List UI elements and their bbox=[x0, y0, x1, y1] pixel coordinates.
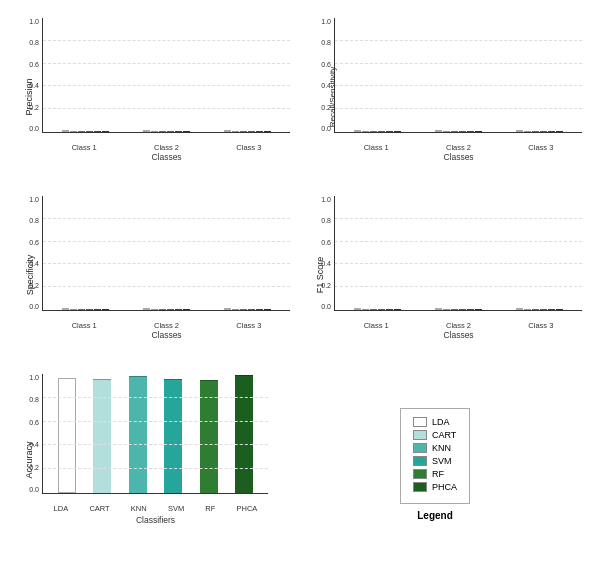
bar-phca bbox=[102, 131, 109, 132]
bar-rf bbox=[467, 131, 474, 132]
bar-lda bbox=[354, 130, 361, 132]
accuracy-chart: Accuracy 1.00.80.60.40.20.0 bbox=[8, 364, 278, 555]
recall-y-axis: 1.00.80.60.40.20.0 bbox=[309, 18, 331, 132]
bar-svm bbox=[378, 131, 385, 132]
precision-x-title: Classes bbox=[43, 152, 290, 162]
recall-class2 bbox=[435, 130, 482, 132]
bar-cart bbox=[524, 309, 531, 310]
bar-knn bbox=[532, 131, 539, 132]
accuracy-knn-bar bbox=[129, 376, 147, 493]
bar-phca bbox=[475, 309, 482, 310]
bar-phca bbox=[556, 309, 563, 310]
specificity-chart: Specificity 1.00.80.60.40.20.0 bbox=[8, 186, 300, 364]
bar-rf bbox=[94, 131, 101, 132]
f1-class3-label: Class 3 bbox=[528, 321, 553, 330]
bar-lda bbox=[224, 308, 231, 310]
legend-swatch-svm bbox=[413, 456, 427, 466]
precision-x-labels: Class 1 Class 2 Class 3 bbox=[43, 143, 290, 152]
specificity-class3 bbox=[224, 308, 271, 310]
legend-label-rf: RF bbox=[432, 469, 444, 479]
precision-class2-label: Class 2 bbox=[154, 143, 179, 152]
legend-swatch-rf bbox=[413, 469, 427, 479]
bar-svm bbox=[459, 131, 466, 132]
bar-knn bbox=[78, 309, 85, 310]
precision-chart: Precision 1.00.80.60.40.20.0 bbox=[8, 8, 300, 186]
bar-lda bbox=[435, 308, 442, 310]
f1-class3 bbox=[516, 308, 563, 310]
accuracy-phca-bar bbox=[235, 375, 253, 493]
bar-knn bbox=[159, 131, 166, 132]
accuracy-phca-label: PHCA bbox=[237, 504, 258, 513]
bar-svm bbox=[86, 131, 93, 132]
bar-rf bbox=[256, 131, 263, 132]
f1-class2-label: Class 2 bbox=[446, 321, 471, 330]
recall-chart: Recall/Sensitivity 1.00.80.60.40.20.0 bbox=[300, 8, 592, 186]
bar-cart bbox=[151, 309, 158, 310]
f1-bars bbox=[335, 196, 582, 310]
bar-cart bbox=[362, 309, 369, 310]
legend-label-svm: SVM bbox=[432, 456, 452, 466]
bar-knn bbox=[78, 131, 85, 132]
precision-class2 bbox=[143, 130, 190, 132]
legend-swatch-lda bbox=[413, 417, 427, 427]
legend-item-svm: SVM bbox=[413, 456, 457, 466]
legend-swatch-phca bbox=[413, 482, 427, 492]
recall-class3-label: Class 3 bbox=[528, 143, 553, 152]
legend-label-phca: PHCA bbox=[432, 482, 457, 492]
specificity-x-title: Classes bbox=[43, 330, 290, 340]
recall-x-title: Classes bbox=[335, 152, 582, 162]
legend-label-lda: LDA bbox=[432, 417, 450, 427]
legend-swatch-knn bbox=[413, 443, 427, 453]
f1-x-title: Classes bbox=[335, 330, 582, 340]
accuracy-lda-group bbox=[58, 374, 76, 493]
main-container: Precision 1.00.80.60.40.20.0 bbox=[0, 0, 600, 563]
bar-lda bbox=[224, 130, 231, 132]
specificity-class2 bbox=[143, 308, 190, 310]
bar-svm bbox=[86, 309, 93, 310]
bar-cart bbox=[443, 309, 450, 310]
bar-svm bbox=[459, 309, 466, 310]
bar-cart bbox=[151, 131, 158, 132]
bar-knn bbox=[240, 131, 247, 132]
bar-rf bbox=[386, 309, 393, 310]
bar-svm bbox=[167, 131, 174, 132]
recall-class1 bbox=[354, 130, 401, 132]
bar-lda bbox=[435, 130, 442, 132]
bar-phca bbox=[264, 131, 271, 132]
bar-lda bbox=[143, 130, 150, 132]
bar-rf bbox=[175, 309, 182, 310]
bar-phca bbox=[394, 309, 401, 310]
recall-class2-label: Class 2 bbox=[446, 143, 471, 152]
bar-phca bbox=[264, 309, 271, 310]
bar-lda bbox=[62, 130, 69, 132]
bar-knn bbox=[532, 309, 539, 310]
bar-cart bbox=[232, 309, 239, 310]
bar-lda bbox=[516, 130, 523, 132]
bar-knn bbox=[370, 309, 377, 310]
f1-class1 bbox=[354, 308, 401, 310]
bar-knn bbox=[451, 309, 458, 310]
legend-item-phca: PHCA bbox=[413, 482, 457, 492]
bar-phca bbox=[183, 131, 190, 132]
legend-label-knn: KNN bbox=[432, 443, 451, 453]
specificity-y-axis: 1.00.80.60.40.20.0 bbox=[17, 196, 39, 310]
recall-bars bbox=[335, 18, 582, 132]
legend-swatch-cart bbox=[413, 430, 427, 440]
accuracy-svm-group bbox=[164, 374, 182, 493]
bar-cart bbox=[443, 131, 450, 132]
bottom-row: Accuracy 1.00.80.60.40.20.0 bbox=[8, 364, 592, 555]
bar-phca bbox=[183, 309, 190, 310]
specificity-class3-label: Class 3 bbox=[236, 321, 261, 330]
precision-y-axis: 1.00.80.60.40.20.0 bbox=[17, 18, 39, 132]
bar-cart bbox=[70, 309, 77, 310]
bar-knn bbox=[159, 309, 166, 310]
bar-rf bbox=[256, 309, 263, 310]
legend-box: LDA CART KNN SVM RF bbox=[400, 408, 470, 504]
accuracy-x-labels: LDA CART KNN SVM RF PHCA bbox=[43, 504, 268, 513]
bar-rf bbox=[386, 131, 393, 132]
f1-chart: F1 Score 1.00.80.60.40.20.0 bbox=[300, 186, 592, 364]
bar-svm bbox=[167, 309, 174, 310]
f1-y-axis: 1.00.80.60.40.20.0 bbox=[309, 196, 331, 310]
accuracy-lda-bar bbox=[58, 378, 76, 493]
bar-rf bbox=[548, 309, 555, 310]
